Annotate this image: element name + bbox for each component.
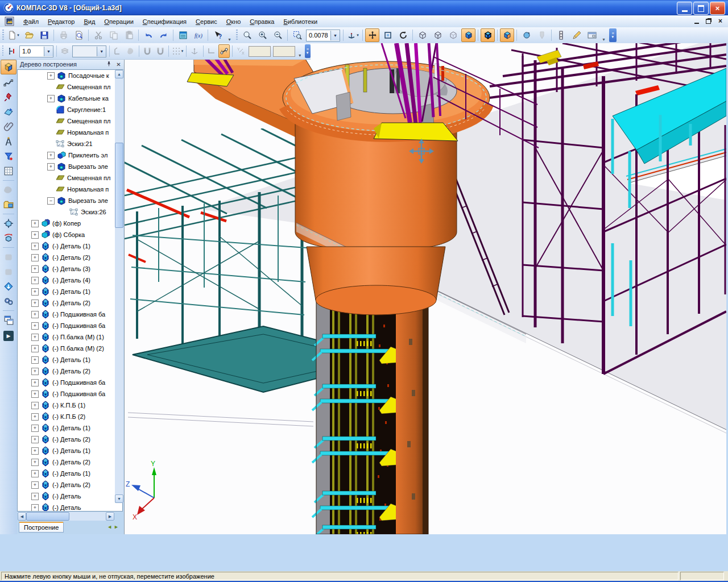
scroll-down-icon[interactable]: ▼: [115, 494, 123, 503]
wireframe-hidden-icon[interactable]: [431, 28, 445, 42]
expand-icon[interactable]: +: [31, 390, 39, 398]
tree-item[interactable]: −Вырезать эле: [18, 195, 122, 206]
mdi-minimize-icon[interactable]: [692, 17, 701, 25]
expand-icon[interactable]: +: [31, 493, 39, 500]
tree-item[interactable]: +(-) К.П.Б (2): [18, 411, 122, 422]
expand-icon[interactable]: +: [31, 368, 39, 375]
expand-icon[interactable]: +: [31, 220, 39, 227]
spline-icon[interactable]: [1, 76, 16, 89]
tree-horizontal-scrollbar[interactable]: ◀ ▶: [18, 512, 114, 521]
menu-6[interactable]: Сервис: [191, 16, 222, 27]
orientation-icon[interactable]: ▾: [346, 28, 360, 42]
step-combo[interactable]: 1.0▼: [19, 45, 53, 57]
model-viewport[interactable]: Y Z X: [124, 43, 726, 534]
edit-part-icon[interactable]: [1, 60, 16, 74]
expand-icon[interactable]: +: [31, 413, 39, 421]
tree-item[interactable]: Смещенная пл: [18, 81, 122, 93]
expand-icon[interactable]: +: [47, 163, 55, 171]
tree-item[interactable]: +(-) Деталь (2): [18, 456, 122, 468]
tree-item[interactable]: +(-) Деталь (2): [18, 365, 122, 377]
expand-icon[interactable]: +: [31, 345, 39, 352]
tree-item[interactable]: +(-) Деталь (3): [18, 263, 122, 275]
toolbar-more-icon[interactable]: ≡▾: [609, 28, 617, 42]
diamond-arrow-icon[interactable]: [1, 280, 16, 293]
tree-item[interactable]: +(ф) Копер: [18, 218, 122, 229]
expand-icon[interactable]: +: [31, 481, 39, 489]
tree-item[interactable]: +(-) Деталь (2): [18, 479, 122, 490]
zoom-window-icon[interactable]: [380, 28, 395, 42]
menu-2[interactable]: Редактор: [43, 16, 79, 27]
tree-item[interactable]: +Посадочные к: [18, 70, 122, 81]
cube-rotate-icon[interactable]: [1, 231, 16, 245]
menu-8[interactable]: Справка: [245, 16, 279, 27]
toolbar-overflow-icon[interactable]: ▾: [297, 44, 303, 59]
tree-item[interactable]: +(-) Деталь (1): [18, 422, 122, 434]
expand-icon[interactable]: +: [31, 322, 39, 330]
toolbar-more-icon[interactable]: ≡▾: [305, 44, 311, 58]
variables-window-icon[interactable]: [176, 28, 190, 42]
vertical-scroll-thumb[interactable]: [115, 143, 123, 228]
expand-icon[interactable]: +: [31, 334, 39, 341]
toolbar-overflow-icon[interactable]: ▾: [226, 28, 233, 43]
shaded-icon[interactable]: [461, 28, 475, 42]
tree-item[interactable]: Эскиз:26: [18, 206, 122, 218]
scroll-right-icon[interactable]: ▶: [106, 512, 114, 521]
menu-7[interactable]: Окно: [222, 16, 246, 27]
tree-item[interactable]: +(-) Подшкивная ба: [18, 309, 122, 320]
print-preview-icon[interactable]: [72, 28, 86, 42]
tree-item[interactable]: +Вырезать эле: [18, 161, 122, 172]
menu-3[interactable]: Вид: [79, 16, 100, 27]
chevron-down-icon[interactable]: ▼: [97, 47, 106, 56]
expand-icon[interactable]: +: [31, 300, 39, 307]
sheet-grid-icon[interactable]: [1, 164, 16, 178]
tree-item[interactable]: +(-) К.П.Б (1): [18, 400, 122, 411]
snap-points-icon[interactable]: [218, 44, 230, 58]
wireframe-icon[interactable]: [415, 28, 429, 42]
tree-item[interactable]: +(ф) Сборка: [18, 229, 122, 240]
tree-item[interactable]: +(-) Деталь (1): [18, 354, 122, 365]
open-document-icon[interactable]: [22, 28, 36, 42]
expand-icon[interactable]: +: [31, 254, 39, 261]
tree-item[interactable]: Смещенная пл: [18, 172, 122, 184]
scroll-up-icon[interactable]: ▲: [115, 70, 123, 78]
wireframe-thin-icon[interactable]: [446, 28, 460, 42]
help-cursor-icon[interactable]: ?: [210, 28, 225, 42]
expand-icon[interactable]: +: [31, 425, 39, 432]
surface-arrow-icon[interactable]: [1, 105, 16, 119]
tree-item[interactable]: Эскиз:21: [18, 138, 122, 149]
zoom-pointer-icon[interactable]: [240, 28, 254, 42]
pin-icon[interactable]: [1, 90, 16, 104]
mdi-restore-icon[interactable]: [704, 17, 713, 25]
menu-5[interactable]: Спецификация: [138, 16, 191, 27]
windows-copy-icon[interactable]: [1, 313, 16, 327]
tower-lattice-icon[interactable]: [554, 28, 568, 42]
tree-item[interactable]: +(-) Деталь (2): [18, 297, 122, 309]
expand-icon[interactable]: +: [31, 277, 39, 284]
new-document-icon[interactable]: ▾: [6, 28, 20, 42]
expand-icon[interactable]: +: [31, 243, 39, 250]
tab-nav-arrows[interactable]: ◄►: [107, 524, 121, 530]
expand-icon[interactable]: +: [31, 231, 39, 239]
tree-item[interactable]: Нормальная п: [18, 184, 122, 195]
folder-part-icon[interactable]: [1, 198, 16, 211]
toolbar-overflow-icon[interactable]: ▾: [601, 28, 607, 43]
expand-icon[interactable]: +: [47, 72, 55, 80]
toolbar-grip[interactable]: [2, 45, 3, 57]
zoom-frame-icon[interactable]: [290, 28, 304, 42]
properties-window-icon[interactable]: [585, 28, 599, 42]
chevron-down-icon[interactable]: ▼: [330, 31, 340, 40]
zoom-scale-combo[interactable]: 0.0078▼: [306, 30, 340, 41]
menu-4[interactable]: Операции: [100, 16, 138, 27]
expand-icon[interactable]: +: [31, 470, 39, 477]
expand-icon[interactable]: +: [31, 265, 39, 273]
tree-item[interactable]: +(-) Деталь (2): [18, 252, 122, 263]
collapse-panel-handle[interactable]: ▶: [3, 331, 14, 341]
menu-9[interactable]: Библиотеки: [279, 16, 322, 27]
tree-item[interactable]: +(-) Подшкивная ба: [18, 320, 122, 331]
expand-icon[interactable]: +: [31, 379, 39, 386]
close-panel-icon[interactable]: ✕: [114, 60, 123, 68]
filter-icon[interactable]: [1, 149, 16, 163]
tree-item[interactable]: +(-) Деталь (4): [18, 275, 122, 286]
half-section-icon[interactable]: [500, 28, 514, 42]
toolbar-grip[interactable]: [236, 30, 238, 41]
